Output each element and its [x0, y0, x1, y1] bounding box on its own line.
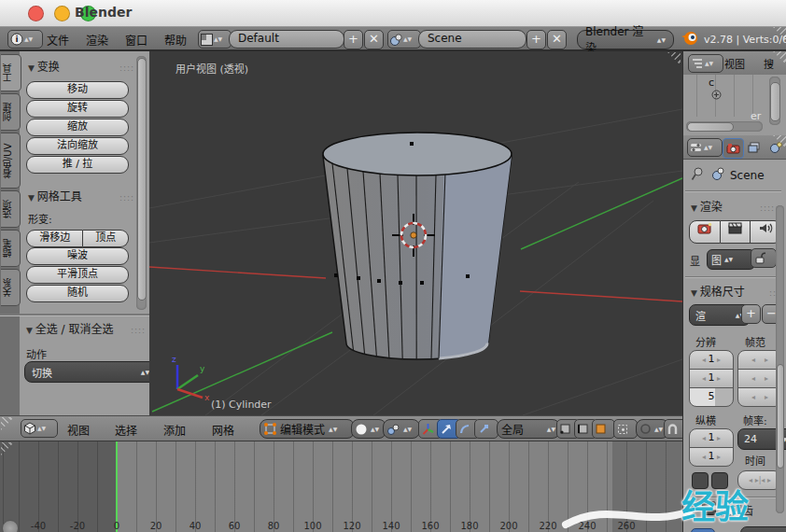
outliner-item-text[interactable]: c [709, 77, 714, 89]
screen-layout-icon-button[interactable]: ▲▼ [198, 30, 232, 49]
scale-manipulator-button[interactable] [474, 419, 498, 439]
window-close-button[interactable] [28, 6, 44, 21]
panel-header-select-all[interactable]: 全选 / 取消全选 [26, 320, 113, 336]
timeline-playhead[interactable] [116, 441, 118, 532]
limit-to-visible-button[interactable] [613, 419, 638, 439]
panel-grip-icon[interactable] [119, 187, 134, 204]
face-select-button[interactable] [592, 419, 615, 439]
outliner-vscrollbar[interactable] [769, 77, 780, 125]
tool-button[interactable]: 推 / 拉 [26, 156, 129, 174]
tool-button[interactable]: 平滑顶点 [26, 266, 129, 284]
panel-grip-icon[interactable] [131, 319, 146, 337]
render-engine-select[interactable]: Blender 渲染 ▲▼ [577, 30, 674, 49]
properties-scrollbar[interactable] [776, 205, 784, 513]
expand-plus-icon[interactable] [711, 90, 722, 100]
tab-render[interactable] [723, 138, 744, 159]
editor-type-button[interactable]: ▲▼ [687, 138, 723, 157]
pin-icon[interactable] [691, 167, 704, 181]
menu-select[interactable]: 选择 [115, 422, 137, 438]
panel-grip-icon[interactable] [119, 57, 134, 75]
panel-grip-icon[interactable] [760, 197, 775, 215]
tool-button-vertex-slide[interactable]: 顶点 [83, 230, 129, 247]
menu-mesh[interactable]: 网格 [212, 422, 234, 438]
aa-filter-select[interactable]: 米 ▲▼ [740, 526, 786, 532]
tool-shelf-scrollbar[interactable] [136, 56, 147, 310]
border-checkbox[interactable] [692, 472, 709, 489]
window-titlebar[interactable]: Blender [0, 0, 786, 27]
aspect-y-field[interactable]: ◂ 1 ▸ [689, 447, 734, 467]
menu-item[interactable]: 窗口 [125, 34, 147, 49]
menu-view[interactable]: 视图 [724, 56, 745, 71]
tab-tools[interactable]: 工具 [1, 54, 21, 91]
delete-scene-button[interactable]: ✕ [547, 30, 567, 49]
transform-orientation-select[interactable]: 全局 ▲▼ [497, 419, 560, 439]
tab-grease-pencil[interactable]: 蜡笔 [1, 230, 21, 267]
scrollbar-thumb[interactable] [687, 122, 734, 132]
scene-icon-button[interactable]: ▲▼ [387, 30, 421, 49]
resolution-y-field[interactable]: ◂ 1 ▸ [689, 369, 734, 388]
scrollbar-thumb[interactable] [777, 364, 784, 469]
aa-samples-button[interactable] [691, 528, 715, 532]
outliner-tree[interactable]: c er [683, 75, 786, 135]
add-scene-button[interactable]: + [526, 30, 546, 49]
frame-tick-label: 20 [150, 521, 162, 531]
panel-header-antialiasing[interactable]: 抗锯齿 [720, 502, 753, 518]
window-minimize-button[interactable] [54, 6, 70, 21]
tool-button[interactable]: 噪波 [26, 247, 129, 265]
resolution-percentage-slider[interactable]: 5 [689, 387, 734, 407]
tool-button[interactable]: 旋转 [26, 100, 129, 118]
resolution-x-field[interactable]: ◂ 1 ▸ [689, 350, 734, 370]
aspect-x-field[interactable]: ◂ 1 ▸ [689, 428, 734, 448]
screen-layout-name-field[interactable]: Default [229, 30, 344, 49]
add-layout-button[interactable]: + [344, 30, 363, 49]
corner-widget[interactable] [1, 417, 14, 430]
panel-header-mesh-tools[interactable]: 网格工具 [28, 188, 82, 203]
menu-item[interactable]: 文件 [47, 34, 69, 49]
add-preset-button[interactable]: + [741, 304, 761, 324]
panel-expand-arrow[interactable]: ▼ [689, 503, 695, 512]
tab-options[interactable]: 选项 [1, 190, 21, 228]
lock-interface-button[interactable] [751, 248, 777, 268]
breadcrumb-context[interactable]: Scene [730, 169, 765, 182]
render-still-button[interactable] [689, 220, 721, 244]
menu-search[interactable]: 搜 [764, 56, 774, 71]
antialiasing-checkbox[interactable]: ✓ [702, 501, 716, 515]
tab-relations[interactable]: 关系 [1, 269, 21, 306]
tab-shading-uv[interactable]: 着色/UV [1, 133, 21, 189]
pivot-point-select[interactable]: ▲▼ [383, 419, 420, 439]
scrollbar-thumb[interactable] [770, 82, 780, 121]
panel-header-transform[interactable]: 变换 [28, 58, 60, 74]
viewport-3d[interactable]: 用户视图 (透视) (1) Cylinder z y x [149, 51, 682, 415]
menu-item[interactable]: 帮助 [164, 34, 187, 49]
tool-button[interactable]: 缩放 [26, 119, 129, 136]
render-animation-button[interactable] [721, 220, 751, 244]
tool-button[interactable]: 移动 [26, 81, 129, 99]
crop-checkbox[interactable] [711, 472, 728, 489]
editor-type-button[interactable]: ▲▼ [688, 54, 723, 73]
action-select[interactable]: 切换 ▲▼ [24, 361, 157, 383]
viewport-shading-select[interactable]: ▲▼ [351, 419, 386, 439]
mode-select[interactable]: 编辑模式 ▲▼ [260, 419, 355, 439]
tab-create[interactable]: 创建 [1, 93, 21, 131]
tool-button[interactable]: 随机 [26, 285, 129, 302]
menu-view[interactable]: 视图 [67, 422, 90, 438]
tool-button[interactable]: 法向缩放 [26, 137, 129, 155]
editor-type-button[interactable]: i ▲▼ [7, 30, 43, 49]
editor-type-button[interactable]: ▲▼ [21, 419, 58, 438]
tool-button-edge-slide[interactable]: 滑移边 [26, 230, 83, 247]
panel-header-dimensions[interactable]: 规格尺寸 [691, 283, 745, 299]
corner-widget[interactable] [773, 51, 786, 64]
scene-name-field[interactable]: Scene [418, 30, 526, 49]
timeline-editor-icon[interactable] [2, 520, 19, 532]
menu-add[interactable]: 添加 [163, 422, 186, 438]
menu-item[interactable]: 渲染 [86, 34, 108, 49]
timeline-editor[interactable]: -40-200204060801001201401601802002202402… [0, 441, 682, 532]
shading-sphere-icon [356, 424, 367, 435]
delete-layout-button[interactable]: ✕ [364, 30, 384, 49]
tab-render-layers[interactable] [744, 138, 764, 157]
display-select[interactable]: 图 ▲▼ [707, 249, 755, 270]
region-divider[interactable] [0, 314, 149, 315]
panel-header-render[interactable]: 渲染 [691, 198, 723, 214]
outliner-hscrollbar[interactable] [686, 121, 763, 132]
scrollbar-thumb[interactable] [137, 58, 147, 301]
